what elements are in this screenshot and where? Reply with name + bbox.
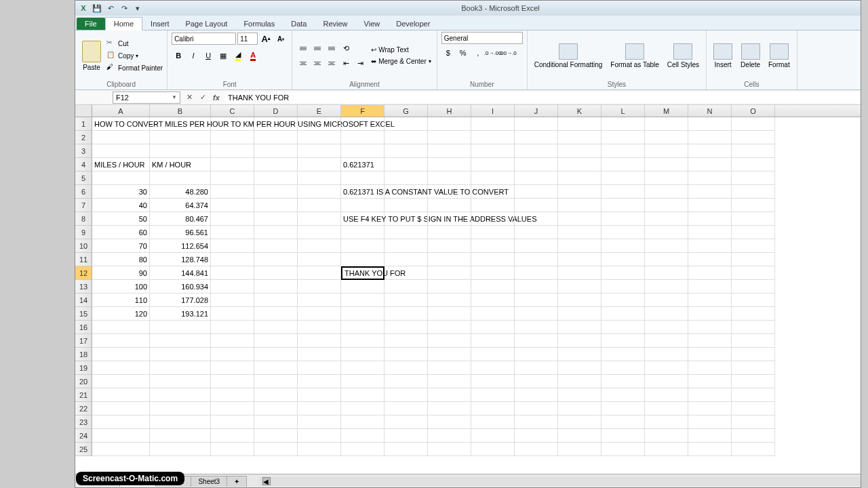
cell-H19[interactable] — [428, 361, 471, 375]
cell-L11[interactable] — [601, 253, 645, 266]
cell-B17[interactable] — [150, 334, 211, 348]
cell-K12[interactable] — [558, 266, 601, 280]
italic-button[interactable]: I — [186, 49, 200, 62]
cell-N8[interactable] — [688, 212, 732, 226]
col-header-A[interactable]: A — [92, 105, 150, 117]
row-header-13[interactable]: 13 — [75, 280, 92, 293]
cell-J11[interactable] — [515, 253, 558, 266]
cell-L23[interactable] — [601, 415, 645, 429]
save-icon[interactable]: 💾 — [92, 3, 102, 14]
number-format-select[interactable] — [441, 32, 523, 44]
cell-O6[interactable] — [732, 185, 775, 199]
cell-D6[interactable] — [254, 185, 298, 199]
cell-L15[interactable] — [601, 307, 645, 321]
cell-O17[interactable] — [732, 334, 775, 348]
cell-D18[interactable] — [254, 348, 298, 361]
cell-M23[interactable] — [645, 415, 688, 429]
row-header-23[interactable]: 23 — [75, 415, 92, 429]
cut-button[interactable]: ✂Cut — [106, 38, 163, 49]
cell-B6[interactable]: 48.280 — [150, 185, 211, 199]
cell-A11[interactable]: 80 — [92, 253, 150, 266]
row-header-10[interactable]: 10 — [75, 239, 92, 253]
cell-B3[interactable] — [150, 144, 211, 158]
cell-E12[interactable] — [298, 266, 341, 280]
cell-L9[interactable] — [601, 226, 645, 239]
cell-M14[interactable] — [645, 293, 688, 307]
cell-L16[interactable] — [601, 321, 645, 334]
cell-G17[interactable] — [384, 334, 428, 348]
cell-K13[interactable] — [558, 280, 601, 293]
cell-H3[interactable] — [428, 144, 471, 158]
cell-C3[interactable] — [211, 144, 254, 158]
cell-C2[interactable] — [211, 131, 254, 144]
cell-D16[interactable] — [254, 321, 298, 334]
cell-J2[interactable] — [515, 131, 558, 144]
cell-C19[interactable] — [211, 361, 254, 375]
cell-K21[interactable] — [558, 388, 601, 402]
cell-F6[interactable]: 0.621371 IS A CONSTANT VALUE TO CONVERT — [341, 185, 384, 199]
row-header-2[interactable]: 2 — [75, 131, 92, 144]
redo-icon[interactable]: ↷ — [119, 3, 130, 14]
cell-L8[interactable] — [601, 212, 645, 226]
cell-G3[interactable] — [384, 144, 428, 158]
cell-D17[interactable] — [254, 334, 298, 348]
cell-K19[interactable] — [558, 361, 601, 375]
col-header-L[interactable]: L — [601, 105, 645, 117]
cell-F17[interactable] — [341, 334, 384, 348]
cell-N3[interactable] — [688, 144, 732, 158]
cell-D8[interactable] — [254, 212, 298, 226]
underline-button[interactable]: U — [201, 49, 215, 62]
currency-button[interactable]: $ — [441, 46, 455, 60]
cell-C1[interactable] — [211, 117, 254, 131]
align-top-button[interactable] — [296, 41, 310, 55]
row-header-19[interactable]: 19 — [75, 361, 92, 375]
cell-J12[interactable] — [515, 266, 558, 280]
cell-J22[interactable] — [515, 402, 558, 415]
cell-M16[interactable] — [645, 321, 688, 334]
cell-A14[interactable]: 110 — [92, 293, 150, 307]
cell-A19[interactable] — [92, 361, 150, 375]
cell-A10[interactable]: 70 — [92, 239, 150, 253]
row-header-14[interactable]: 14 — [75, 293, 92, 307]
cell-N25[interactable] — [688, 443, 732, 456]
cell-N14[interactable] — [688, 293, 732, 307]
cell-F21[interactable] — [341, 388, 384, 402]
cell-H6[interactable] — [428, 185, 471, 199]
cell-E22[interactable] — [298, 402, 341, 415]
decrease-indent-button[interactable]: ⇤ — [339, 56, 353, 70]
cell-B15[interactable]: 193.121 — [150, 307, 211, 321]
cell-O24[interactable] — [732, 429, 775, 443]
cell-N9[interactable] — [688, 226, 732, 239]
cell-H14[interactable] — [428, 293, 471, 307]
cell-O9[interactable] — [732, 226, 775, 239]
cell-C15[interactable] — [211, 307, 254, 321]
cell-F16[interactable] — [341, 321, 384, 334]
cell-N18[interactable] — [688, 348, 732, 361]
cell-C10[interactable] — [211, 239, 254, 253]
new-sheet-button[interactable]: ✦ — [226, 476, 247, 487]
cell-M6[interactable] — [645, 185, 688, 199]
cell-H16[interactable] — [428, 321, 471, 334]
cell-A17[interactable] — [92, 334, 150, 348]
cell-M1[interactable] — [645, 117, 688, 131]
cell-L12[interactable] — [601, 266, 645, 280]
cell-J4[interactable] — [515, 158, 558, 171]
cell-E4[interactable] — [298, 158, 341, 171]
cell-L25[interactable] — [601, 443, 645, 456]
cell-L13[interactable] — [601, 280, 645, 293]
cell-D5[interactable] — [254, 171, 298, 185]
cell-A18[interactable] — [92, 348, 150, 361]
cell-L6[interactable] — [601, 185, 645, 199]
cell-E17[interactable] — [298, 334, 341, 348]
cell-C16[interactable] — [211, 321, 254, 334]
cell-L19[interactable] — [601, 361, 645, 375]
cell-H20[interactable] — [428, 375, 471, 388]
tab-data[interactable]: Data — [283, 18, 315, 30]
cell-E10[interactable] — [298, 239, 341, 253]
horizontal-scrollbar[interactable]: ◀ — [260, 476, 861, 486]
cell-I4[interactable] — [471, 158, 515, 171]
align-left-button[interactable] — [296, 56, 310, 70]
row-header-21[interactable]: 21 — [75, 388, 92, 402]
fill-color-button[interactable]: ◢ — [231, 49, 245, 62]
cell-B16[interactable] — [150, 321, 211, 334]
